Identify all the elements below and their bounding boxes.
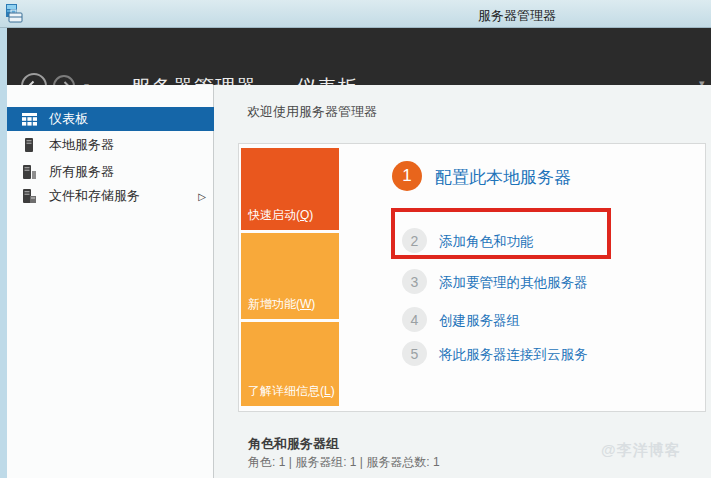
file-storage-services-icon [21,189,38,203]
sidebar-item-label: 所有服务器 [49,163,114,181]
server-manager-window: 服务器管理器 ▾ 服务器管理器 ▸ 仪表板 ▾ [0,0,711,478]
quick-launch-column: 快速启动(Q) 新增功能(W) 了解详细信息(L) [241,148,339,409]
window-left-border [0,28,7,478]
sidebar-item-all-servers[interactable]: 所有服务器 [7,160,214,184]
roles-server-groups-title: 角色和服务器组 [248,435,339,453]
step-3-add-other-servers-link[interactable]: 添加要管理的其他服务器 [439,274,588,292]
step-3-badge: 3 [402,269,427,294]
sidebar: 仪表板 本地服务器 所有服务器 [7,85,214,478]
sidebar-item-label: 本地服务器 [49,136,114,154]
whats-new-section[interactable]: 新增功能(W) [241,233,339,319]
welcome-title: 欢迎使用服务器管理器 [247,103,377,121]
sidebar-item-local-server[interactable]: 本地服务器 [7,133,214,157]
sidebar-item-label: 文件和存储服务 [49,187,140,205]
step-4-create-server-group-link[interactable]: 创建服务器组 [439,312,520,330]
quick-start-section[interactable]: 快速启动(Q) [241,148,339,230]
local-server-icon [21,138,38,152]
step-5-connect-cloud-services-link[interactable]: 将此服务器连接到云服务 [439,346,588,364]
step-1-badge: 1 [392,161,422,191]
sidebar-item-file-storage-services[interactable]: 文件和存储服务 ▷ [7,184,214,208]
whats-new-label: 新增功能(W) [241,296,315,319]
title-bar: 服务器管理器 [0,0,711,28]
roles-server-groups-stats: 角色: 1 | 服务器组: 1 | 服务器总数: 1 [248,454,440,471]
welcome-tile: 快速启动(Q) 新增功能(W) 了解详细信息(L) 1 配置此本地服务器 2 添… [238,143,706,412]
learn-more-section[interactable]: 了解详细信息(L) [241,322,339,406]
sidebar-item-label: 仪表板 [49,110,88,128]
all-servers-icon [21,165,38,179]
watermark: @李洋博客 [601,441,681,460]
step-5-badge: 5 [402,341,427,366]
quick-start-label: 快速启动(Q) [241,207,313,230]
step-2-add-roles-features-link[interactable]: 添加角色和功能 [439,233,534,251]
step-4-badge: 4 [402,307,427,332]
step-1-configure-local-server-link[interactable]: 配置此本地服务器 [435,166,571,189]
window-title: 服务器管理器 [478,7,556,25]
expand-arrow-icon[interactable]: ▷ [198,191,206,202]
step-2-badge: 2 [402,228,427,253]
server-manager-app-icon[interactable] [5,4,23,23]
sidebar-item-dashboard[interactable]: 仪表板 [7,107,214,131]
navigation-bar: ▾ 服务器管理器 ▸ 仪表板 ▾ [0,28,711,85]
dashboard-grid-icon [21,113,38,126]
learn-more-label: 了解详细信息(L) [241,383,335,406]
